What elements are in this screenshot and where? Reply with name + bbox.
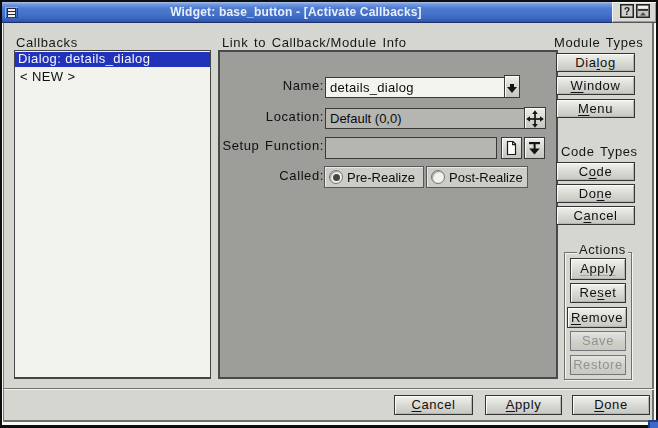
- svg-text:?: ?: [624, 5, 630, 17]
